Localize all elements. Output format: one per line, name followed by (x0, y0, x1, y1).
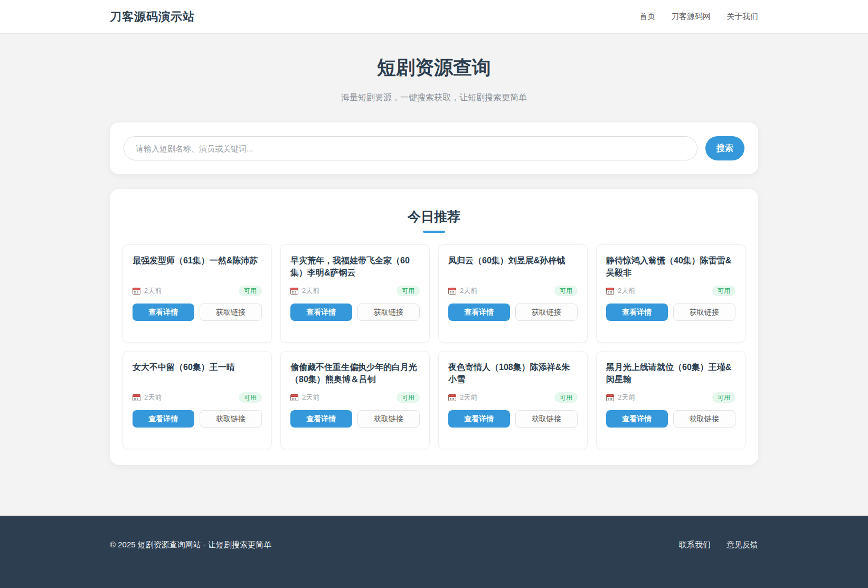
get-link-button[interactable]: 获取链接 (200, 410, 262, 428)
get-link-button[interactable]: 获取链接 (200, 304, 262, 321)
calendar-icon (448, 394, 456, 401)
footer-link-feedback[interactable]: 意见反馈 (727, 540, 758, 550)
drama-time: 2天前 (460, 393, 477, 402)
main-nav: 首页 刀客源码网 关于我们 (639, 12, 758, 22)
recommend-panel: 今日推荐 最强发型师（61集）一然&陈沛苏 2天前 可用 查看详情 获取链接 早… (110, 189, 758, 465)
status-badge: 可用 (712, 392, 735, 403)
drama-meta: 2天前 可用 (448, 392, 578, 403)
drama-meta: 2天前 可用 (606, 286, 735, 296)
drama-time: 2天前 (302, 286, 319, 296)
drama-card: 静待惊鸿入翁慌（40集）陈雷雷&吴毅非 2天前 可用 查看详情 获取链接 (596, 244, 746, 343)
drama-card: 凤归云（60集）刘昱展&孙梓钺 2天前 可用 查看详情 获取链接 (438, 244, 588, 343)
status-badge: 可用 (397, 392, 420, 403)
drama-title: 偷偷藏不住重生偏执少年的白月光（80集）熊奥博＆吕钊 (290, 361, 420, 386)
drama-title: 早灾荒年，我福娃带飞全家（60集）李明&萨钢云 (290, 254, 420, 279)
calendar-icon (606, 287, 614, 295)
view-detail-button[interactable]: 查看详情 (606, 304, 668, 321)
search-input[interactable] (124, 136, 697, 160)
drama-card: 夜色寄情人（108集）陈添祥&朱小雪 2天前 可用 查看详情 获取链接 (438, 351, 588, 449)
status-badge: 可用 (712, 286, 735, 296)
drama-meta: 2天前 可用 (448, 286, 578, 296)
drama-title: 夜色寄情人（108集）陈添祥&朱小雪 (448, 361, 578, 386)
site-logo[interactable]: 刀客源码演示站 (110, 9, 195, 25)
get-link-button[interactable]: 获取链接 (673, 304, 736, 321)
drama-card: 偷偷藏不住重生偏执少年的白月光（80集）熊奥博＆吕钊 2天前 可用 查看详情 获… (280, 351, 430, 449)
drama-card: 早灾荒年，我福娃带飞全家（60集）李明&萨钢云 2天前 可用 查看详情 获取链接 (280, 244, 430, 343)
search-panel: 搜索 (110, 122, 758, 174)
hero-section: 短剧资源查询 海量短剧资源，一键搜索获取，让短剧搜索更简单 (110, 34, 758, 103)
site-header: 刀客源码演示站 首页 刀客源码网 关于我们 (0, 0, 868, 34)
drama-title: 凤归云（60集）刘昱展&孙梓钺 (448, 254, 578, 279)
view-detail-button[interactable]: 查看详情 (448, 410, 510, 428)
calendar-icon (448, 287, 456, 295)
drama-card: 女大不中留（60集）王一晴 2天前 可用 查看详情 获取链接 (122, 351, 272, 449)
drama-time: 2天前 (144, 286, 162, 296)
view-detail-button[interactable]: 查看详情 (606, 410, 668, 428)
footer-links: 联系我们 意见反馈 (679, 540, 758, 550)
status-badge: 可用 (554, 392, 578, 403)
get-link-button[interactable]: 获取链接 (515, 304, 578, 321)
drama-time: 2天前 (144, 393, 162, 402)
calendar-icon (290, 287, 298, 295)
nav-item-home[interactable]: 首页 (639, 12, 655, 22)
drama-card: 黑月光上线请就位（60集）王瑾&闵星翰 2天前 可用 查看详情 获取链接 (596, 351, 746, 449)
search-button[interactable]: 搜索 (705, 136, 744, 160)
get-link-button[interactable]: 获取链接 (357, 410, 420, 428)
drama-title: 女大不中留（60集）王一晴 (133, 361, 262, 386)
drama-meta: 2天前 可用 (290, 286, 420, 296)
footer-link-contact[interactable]: 联系我们 (679, 540, 711, 550)
status-badge: 可用 (554, 286, 578, 296)
drama-meta: 2天前 可用 (133, 286, 262, 296)
drama-cards-grid: 最强发型师（61集）一然&陈沛苏 2天前 可用 查看详情 获取链接 早灾荒年，我… (122, 244, 746, 449)
drama-meta: 2天前 可用 (290, 392, 420, 403)
heading-underline (423, 231, 445, 233)
drama-meta: 2天前 可用 (133, 392, 262, 403)
calendar-icon (133, 287, 140, 295)
calendar-icon (133, 394, 140, 401)
status-badge: 可用 (239, 286, 262, 296)
view-detail-button[interactable]: 查看详情 (133, 304, 194, 321)
recommend-heading: 今日推荐 (122, 208, 746, 225)
page-subtitle: 海量短剧资源，一键搜索获取，让短剧搜索更简单 (110, 92, 758, 103)
get-link-button[interactable]: 获取链接 (515, 410, 578, 428)
copyright-text: © 2025 短剧资源查询网站 - 让短剧搜索更简单 (110, 540, 271, 550)
nav-item-about[interactable]: 关于我们 (727, 12, 758, 22)
drama-time: 2天前 (618, 393, 635, 402)
drama-meta: 2天前 可用 (606, 392, 735, 403)
drama-title: 黑月光上线请就位（60集）王瑾&闵星翰 (606, 361, 735, 386)
calendar-icon (606, 394, 614, 401)
drama-time: 2天前 (618, 286, 635, 296)
status-badge: 可用 (397, 286, 420, 296)
calendar-icon (290, 394, 298, 401)
status-badge: 可用 (239, 392, 262, 403)
view-detail-button[interactable]: 查看详情 (290, 304, 352, 321)
view-detail-button[interactable]: 查看详情 (133, 410, 194, 428)
site-footer: © 2025 短剧资源查询网站 - 让短剧搜索更简单 联系我们 意见反馈 (0, 516, 868, 588)
drama-title: 静待惊鸿入翁慌（40集）陈雷雷&吴毅非 (606, 254, 735, 279)
view-detail-button[interactable]: 查看详情 (448, 304, 510, 321)
page-title: 短剧资源查询 (110, 55, 758, 81)
nav-item-source-site[interactable]: 刀客源码网 (671, 12, 711, 22)
get-link-button[interactable]: 获取链接 (357, 304, 420, 321)
view-detail-button[interactable]: 查看详情 (290, 410, 352, 428)
drama-card: 最强发型师（61集）一然&陈沛苏 2天前 可用 查看详情 获取链接 (122, 244, 272, 343)
drama-title: 最强发型师（61集）一然&陈沛苏 (133, 254, 262, 279)
drama-time: 2天前 (460, 286, 477, 296)
get-link-button[interactable]: 获取链接 (673, 410, 736, 428)
drama-time: 2天前 (302, 393, 319, 402)
